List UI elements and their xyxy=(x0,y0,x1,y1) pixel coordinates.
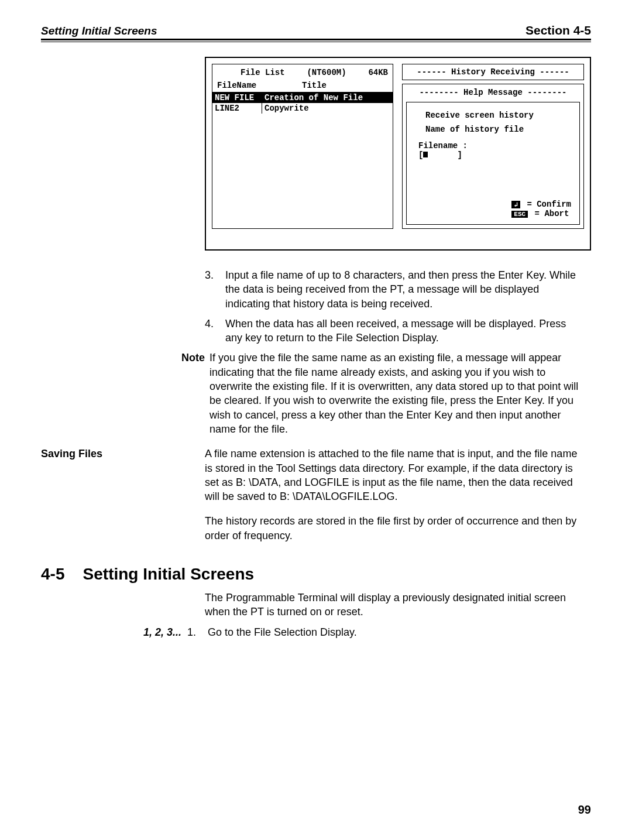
step-num: 1. xyxy=(187,625,208,639)
step-text: When the data has all been received, a m… xyxy=(225,317,579,345)
header-rule xyxy=(41,42,591,42)
step-num: 3. xyxy=(205,268,225,311)
enter-key-icon: ↲ xyxy=(511,201,520,208)
file-list-title: File List xyxy=(241,68,285,77)
help-msg1: Receive screen history xyxy=(425,111,571,120)
steps-row: 1, 2, 3... 1. Go to the File Selection D… xyxy=(41,625,591,639)
saving-p1: A file name extension is attached to the… xyxy=(205,447,579,503)
filename-input[interactable]: [] xyxy=(418,150,571,160)
help-box: -------- Help Message -------- Receive s… xyxy=(402,84,584,229)
file-title: Creation of New File xyxy=(262,92,393,103)
step-3: 3. Input a file name of up to 8 characte… xyxy=(205,268,579,311)
model-label: (NT600M) xyxy=(307,68,346,77)
page-header: Setting Initial Screens Section 4-5 xyxy=(41,23,591,40)
note-block: Note If you give the file the same name … xyxy=(41,351,591,436)
step-text: Go to the File Selection Display. xyxy=(208,625,357,639)
note-label: Note xyxy=(170,351,205,436)
section-num: 4-5 xyxy=(41,565,64,583)
steps-label: 1, 2, 3... xyxy=(41,625,187,639)
help-msg2: Name of history file xyxy=(425,125,571,134)
confirm-label: = Confirm xyxy=(522,200,571,209)
cursor-icon xyxy=(423,152,428,157)
file-name: LINE2 xyxy=(212,103,262,114)
section-title-text: Setting Initial Screens xyxy=(83,565,255,583)
step-num: 4. xyxy=(205,317,225,345)
section-body: The Programmable Terminal will display a… xyxy=(205,591,579,619)
file-name: NEW FILE xyxy=(212,92,262,103)
header-right: Section 4-5 xyxy=(525,23,591,37)
header-left: Setting Initial Screens xyxy=(41,25,157,37)
note-text: If you give the file the same name as an… xyxy=(209,351,579,436)
saving-p2: The history records are stored in the fi… xyxy=(205,514,579,543)
esc-key-icon: ESC xyxy=(511,211,528,218)
file-row-selected[interactable]: NEW FILE Creation of New File xyxy=(212,92,393,103)
page-number: 99 xyxy=(578,803,591,817)
file-row[interactable]: LINE2 Copywrite xyxy=(212,103,393,114)
file-list-panel: File List (NT600M) 64KB FileName Title N… xyxy=(212,64,393,229)
saving-files-block: Saving Files A file name extension is at… xyxy=(41,447,591,553)
step-4: 4. When the data has all been received, … xyxy=(205,317,579,345)
col-filename: FileName xyxy=(217,81,267,90)
console-screenshot: File List (NT600M) 64KB FileName Title N… xyxy=(205,57,591,251)
help-inner: Receive screen history Name of history f… xyxy=(406,102,580,225)
saving-files-label: Saving Files xyxy=(41,447,205,553)
abort-label: = Abort xyxy=(530,209,569,218)
file-title: Copywrite xyxy=(262,103,393,114)
filename-label: Filename : xyxy=(418,141,571,150)
file-list-table: NEW FILE Creation of New File LINE2 Copy… xyxy=(212,92,393,191)
history-header: ------ History Receiving ------ xyxy=(402,64,584,80)
col-title: Title xyxy=(302,81,327,90)
step-text: Input a file name of up to 8 characters,… xyxy=(225,268,579,311)
help-title: -------- Help Message -------- xyxy=(406,88,580,97)
section-heading: 4-5 Setting Initial Screens xyxy=(41,565,591,584)
size-label: 64KB xyxy=(368,68,388,77)
